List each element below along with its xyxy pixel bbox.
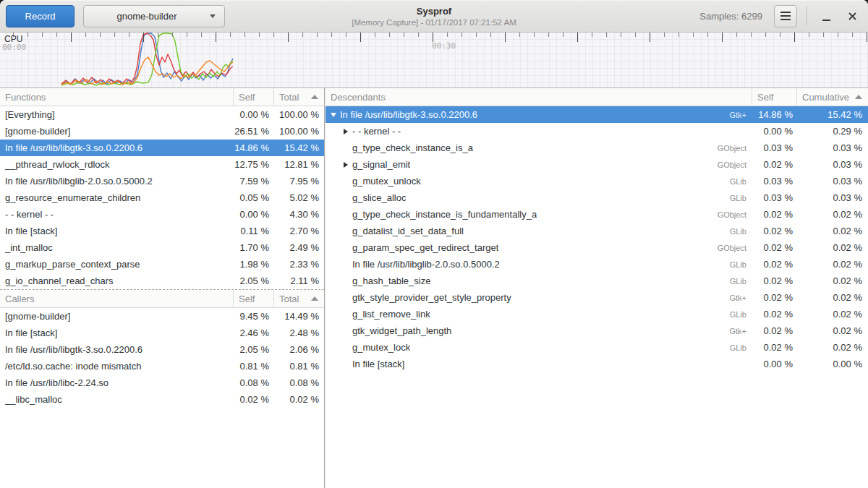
descendant-row[interactable]: g_param_spec_get_redirect_target GObject… — [326, 239, 868, 256]
caller-row[interactable]: __libc_malloc 0.02 % 0.02 % — [0, 391, 324, 408]
function-row[interactable]: [gnome-builder] 26.51 % 100.00 % — [0, 123, 324, 140]
column-header-self[interactable]: Self — [234, 88, 274, 106]
self-percent: 0.02 % — [752, 226, 797, 236]
caller-row[interactable]: [gnome-builder] 9.45 % 14.49 % — [0, 308, 324, 325]
expander-icon[interactable] — [343, 193, 352, 203]
cpu-graph[interactable]: CPU 00:00 00:30 — [0, 33, 868, 88]
record-button[interactable]: Record — [6, 5, 75, 27]
expander-icon[interactable] — [343, 260, 352, 270]
descendant-name: g_hash_table_size — [352, 275, 430, 286]
total-percent: 15.42 % — [274, 142, 324, 153]
left-column: Functions Self Total [Everything] 0.00 %… — [0, 88, 324, 488]
self-percent: 26.51 % — [234, 126, 274, 137]
descendant-row[interactable]: g_list_remove_link GLib 0.02 % 0.02 % — [326, 306, 868, 322]
column-header-total[interactable]: Total — [274, 88, 324, 106]
descendant-row[interactable]: In file [stack] 0.00 % 0.00 % — [326, 356, 868, 372]
expander-icon[interactable] — [343, 127, 352, 137]
column-header-total[interactable]: Total — [274, 290, 324, 308]
self-percent: 0.81 % — [234, 361, 274, 372]
function-name: [gnome-builder] — [0, 126, 234, 137]
column-header-descendants[interactable]: Descendants — [326, 88, 752, 106]
headerbar-right: Samples: 6299 — [699, 0, 868, 33]
column-header-self[interactable]: Self — [234, 290, 274, 308]
expander-icon[interactable] — [343, 359, 352, 369]
function-row[interactable]: In file [stack] 0.11 % 2.70 % — [0, 223, 324, 239]
descendant-row[interactable]: g_type_check_instance_is_fundamentally_a… — [326, 206, 868, 223]
expander-icon[interactable] — [343, 176, 352, 187]
descendant-row[interactable]: In file /usr/lib/libglib-2.0.so.0.5000.2… — [326, 256, 868, 273]
expander-icon[interactable] — [343, 326, 352, 336]
expander-icon[interactable] — [343, 309, 352, 320]
function-row[interactable]: _int_malloc 1.70 % 2.49 % — [0, 239, 324, 256]
descendant-row[interactable]: g_type_check_instance_is_a GObject 0.03 … — [326, 140, 868, 156]
total-percent: 5.02 % — [274, 192, 324, 203]
process-selector-dropdown[interactable]: gnome-builder — [83, 5, 225, 27]
function-name: g_io_channel_read_chars — [0, 275, 234, 286]
descendant-row[interactable]: g_datalist_id_set_data_full GLib 0.02 % … — [326, 223, 868, 239]
descendant-row[interactable]: g_signal_emit GObject 0.02 % 0.03 % — [326, 156, 868, 173]
library-tag: Gtk+ — [729, 327, 752, 335]
timeline-tick — [664, 33, 665, 37]
function-row[interactable]: In file /usr/lib/libglib-2.0.so.0.5000.2… — [0, 173, 324, 189]
descendant-row[interactable]: gtk_widget_path_length Gtk+ 0.02 % 0.02 … — [326, 322, 868, 339]
caller-name: In file /usr/lib/libgtk-3.so.0.2200.6 — [0, 344, 234, 355]
descendant-row[interactable]: - - kernel - - 0.00 % 0.29 % — [326, 123, 868, 140]
library-tag: GLib — [730, 343, 752, 352]
function-row[interactable]: - - kernel - - 0.00 % 4.30 % — [0, 206, 324, 223]
descendant-row[interactable]: g_slice_alloc GLib 0.03 % 0.03 % — [326, 189, 868, 206]
caller-name: In file /usr/lib/libc-2.24.so — [0, 377, 234, 388]
column-header-callers[interactable]: Callers — [0, 290, 234, 308]
cumulative-percent: 0.03 % — [797, 159, 868, 170]
timeline-tick — [563, 33, 563, 37]
descendant-row[interactable]: g_mutex_lock GLib 0.02 % 0.02 % — [326, 339, 868, 356]
expander-icon[interactable] — [343, 243, 352, 253]
descendant-name: - - kernel - - — [352, 126, 401, 137]
timeline-tick — [461, 33, 462, 37]
caller-row[interactable]: In file /usr/lib/libgtk-3.so.0.2200.6 2.… — [0, 341, 324, 358]
self-percent: 0.02 % — [752, 342, 797, 353]
function-row[interactable]: g_markup_parse_context_parse 1.98 % 2.33… — [0, 256, 324, 273]
self-percent: 0.03 % — [752, 142, 797, 153]
timeline-tick — [302, 33, 303, 37]
function-row[interactable]: __pthread_rwlock_rdlock 12.75 % 12.81 % — [0, 156, 324, 173]
timeline-tick — [216, 33, 216, 42]
menu-button[interactable] — [774, 5, 797, 27]
function-row[interactable]: [Everything] 0.00 % 100.00 % — [0, 106, 324, 123]
descendant-name-cell: g_hash_table_size GLib — [326, 275, 752, 286]
expander-icon[interactable] — [343, 143, 352, 153]
descendant-name-cell: g_signal_emit GObject — [326, 159, 752, 170]
expander-icon[interactable] — [343, 293, 352, 303]
expander-icon[interactable] — [343, 226, 352, 236]
self-percent: 0.02 % — [752, 242, 797, 253]
descendant-row[interactable]: g_mutex_unlock GLib 0.03 % 0.03 % — [326, 173, 868, 189]
function-row[interactable]: g_resource_enumerate_children 0.05 % 5.0… — [0, 189, 324, 206]
descendant-name-cell: g_type_check_instance_is_fundamentally_a… — [326, 209, 752, 220]
descendant-row[interactable]: In file /usr/lib/libgtk-3.so.0.2200.6 Gt… — [326, 106, 868, 123]
column-header-self[interactable]: Self — [752, 88, 797, 106]
expander-icon[interactable] — [343, 160, 352, 170]
close-icon — [848, 12, 857, 21]
descendant-row[interactable]: g_hash_table_size GLib 0.02 % 0.02 % — [326, 273, 868, 289]
expander-icon[interactable] — [343, 276, 352, 286]
column-header-functions[interactable]: Functions — [0, 88, 234, 106]
expander-icon[interactable] — [343, 210, 352, 220]
minimize-button[interactable] — [816, 5, 836, 27]
function-row[interactable]: g_io_channel_read_chars 2.05 % 2.11 % — [0, 273, 324, 289]
cumulative-percent: 0.03 % — [797, 142, 868, 153]
caller-row[interactable]: In file [stack] 2.46 % 2.48 % — [0, 325, 324, 341]
descendant-name: g_mutex_lock — [352, 342, 410, 353]
total-percent: 0.81 % — [274, 361, 324, 372]
descendant-row[interactable]: gtk_style_provider_get_style_property Gt… — [326, 289, 868, 306]
window-title: Sysprof — [417, 6, 451, 17]
expander-icon[interactable] — [331, 110, 340, 120]
caller-row[interactable]: In file /usr/lib/libc-2.24.so 0.08 % 0.0… — [0, 374, 324, 391]
caller-row[interactable]: /etc/ld.so.cache: inode mismatch 0.81 % … — [0, 358, 324, 374]
close-button[interactable] — [842, 5, 862, 27]
expander-icon[interactable] — [343, 343, 352, 353]
column-header-cumulative[interactable]: Cumulative — [797, 88, 868, 106]
cumulative-percent: 0.02 % — [797, 226, 868, 236]
library-tag: Gtk+ — [729, 111, 752, 119]
function-row[interactable]: In file /usr/lib/libgtk-3.so.0.2200.6 14… — [0, 140, 324, 156]
function-name: In file /usr/lib/libgtk-3.so.0.2200.6 — [0, 142, 234, 153]
descendant-name: g_slice_alloc — [352, 192, 406, 203]
